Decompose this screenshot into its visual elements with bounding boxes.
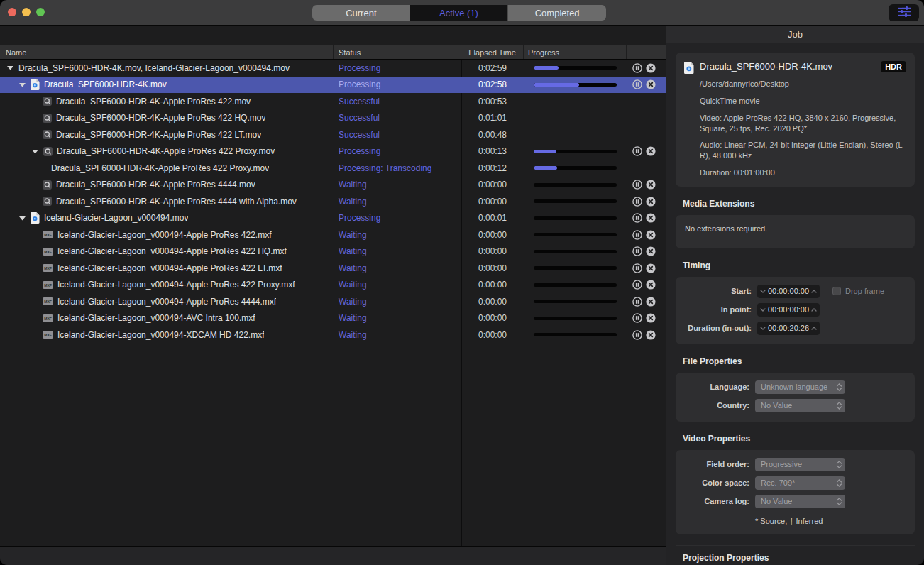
popup-menu[interactable]: No Value (755, 495, 845, 508)
table-row[interactable]: MXFIceland-Glacier-Lagoon_v000494-Apple … (0, 277, 666, 294)
column-header-elapsed-time[interactable]: Elapsed Time (461, 45, 524, 59)
cancel-button[interactable] (646, 313, 656, 323)
minimize-window-button[interactable] (22, 8, 31, 16)
disclosure-triangle-icon[interactable] (6, 65, 14, 70)
table-row[interactable]: Dracula_SPF6000-HDR-4K-Apple ProRes 4444… (0, 177, 666, 194)
section-projection-properties[interactable]: Projection Properties (676, 545, 915, 565)
cancel-button[interactable] (646, 280, 656, 290)
stepper-increment-icon[interactable] (811, 327, 817, 330)
column-header-progress[interactable]: Progress (524, 45, 627, 59)
pause-button[interactable] (632, 280, 642, 290)
table-row[interactable]: Dracula_SPF6000-HDR-4K-Apple ProRes 422 … (0, 160, 666, 177)
table-row[interactable]: MXFIceland-Glacier-Lagoon_v000494-AVC In… (0, 310, 666, 327)
pause-button[interactable] (632, 63, 642, 73)
table-row[interactable]: Dracula_SPF6000-HDR-4K.movProcessing0:02… (0, 77, 666, 94)
popup-arrows-icon (836, 461, 842, 468)
timing-row: Duration (in-out):00:00:20:26 (684, 322, 906, 335)
table-row[interactable]: Iceland-Glacier-Lagoon_v000494.movProces… (0, 210, 666, 227)
column-header-actions[interactable] (627, 45, 666, 59)
batch-toolbar-spacer (0, 26, 666, 45)
table-row[interactable]: Dracula_SPF6000-HDR-4K-Apple ProRes 4444… (0, 193, 666, 210)
drop-frame-checkbox[interactable] (832, 287, 841, 295)
table-row[interactable]: MXFIceland-Glacier-Lagoon_v000494-Apple … (0, 226, 666, 243)
table-row[interactable]: MXFIceland-Glacier-Lagoon_v000494-Apple … (0, 243, 666, 260)
disclosure-triangle-icon[interactable] (18, 216, 26, 221)
pause-button[interactable] (632, 79, 642, 89)
table-row[interactable]: Dracula_SPF6000-HDR-4K-Apple ProRes 422 … (0, 126, 666, 143)
sliders-icon (897, 6, 911, 20)
cancel-button[interactable] (646, 197, 656, 207)
movie-file-icon (31, 79, 40, 90)
cancel-button[interactable] (646, 297, 656, 307)
cancel-button[interactable] (646, 63, 656, 73)
table-row[interactable]: Dracula_SPF6000-HDR-4K-Apple ProRes 422.… (0, 93, 666, 110)
job-file-path: /Users/dannyrico/Desktop (700, 79, 906, 89)
table-row[interactable]: Dracula_SPF6000-HDR-4K-Apple ProRes 422 … (0, 110, 666, 127)
column-header-status[interactable]: Status (334, 45, 461, 59)
timecode-stepper[interactable]: 00:00:00:00 (757, 285, 820, 298)
cancel-button[interactable] (646, 180, 656, 190)
pause-button[interactable] (632, 146, 642, 156)
table-row[interactable]: Dracula_SPF6000-HDR-4K.mov, Iceland-Glac… (0, 60, 666, 77)
timecode-value: 00:00:20:26 (768, 324, 809, 332)
cancel-button[interactable] (646, 263, 656, 273)
stepper-decrement-icon[interactable] (760, 308, 766, 312)
property-label: Field order: (684, 460, 749, 468)
pause-button[interactable] (632, 297, 642, 307)
tab-completed[interactable]: Completed (507, 5, 606, 21)
timecode-stepper[interactable]: 00:00:00:00 (757, 303, 820, 317)
table-row[interactable]: MXFIceland-Glacier-Lagoon_v000494-XDCAM … (0, 327, 666, 344)
table-row[interactable]: MXFIceland-Glacier-Lagoon_v000494-Apple … (0, 293, 666, 310)
timing-row: In point:00:00:00:00 (684, 303, 906, 317)
pause-button[interactable] (632, 180, 642, 190)
zoom-window-button[interactable] (36, 8, 45, 16)
progress-fill (534, 166, 557, 170)
table-row[interactable]: Dracula_SPF6000-HDR-4K-Apple ProRes 422 … (0, 143, 666, 160)
pause-button[interactable] (632, 263, 642, 273)
mxf-file-icon: MXF (43, 297, 53, 305)
cancel-button[interactable] (646, 79, 656, 89)
filter-settings-button[interactable] (889, 4, 919, 21)
tab-active-1[interactable]: Active (1) (410, 5, 508, 21)
cancel-button[interactable] (646, 330, 656, 340)
mxf-file-icon: MXF (43, 331, 53, 339)
timecode-stepper[interactable]: 00:00:20:26 (757, 322, 820, 335)
batch-footer (0, 546, 666, 565)
pause-button[interactable] (632, 313, 642, 323)
row-actions (627, 143, 666, 160)
cancel-button[interactable] (646, 213, 656, 223)
pause-button[interactable] (632, 246, 642, 256)
tab-current[interactable]: Current (312, 5, 410, 21)
pause-button[interactable] (632, 330, 642, 340)
popup-menu[interactable]: Unknown language (755, 380, 845, 394)
close-window-button[interactable] (8, 8, 16, 16)
name-cell: MXFIceland-Glacier-Lagoon_v000494-Apple … (0, 277, 334, 294)
popup-menu[interactable]: No Value (755, 399, 845, 412)
disclosure-triangle-icon[interactable] (18, 82, 26, 87)
mxf-file-icon: MXF (43, 314, 53, 322)
stepper-decrement-icon[interactable] (760, 290, 766, 293)
table-row[interactable]: MXFIceland-Glacier-Lagoon_v000494-Apple … (0, 260, 666, 277)
timing-field-label: Start: (684, 287, 752, 295)
stepper-increment-icon[interactable] (811, 308, 817, 312)
stepper-decrement-icon[interactable] (760, 327, 766, 330)
timing-card: Start:00:00:00:00Drop frameIn point:00:0… (676, 277, 915, 344)
popup-menu[interactable]: Progressive (755, 458, 845, 471)
disclosure-triangle-icon[interactable] (31, 149, 39, 154)
column-header-name[interactable]: Name (0, 45, 334, 59)
section-media-extensions: Media Extensions (683, 199, 915, 209)
stepper-increment-icon[interactable] (811, 290, 817, 293)
pause-button[interactable] (632, 213, 642, 223)
cancel-button[interactable] (646, 246, 656, 256)
pause-button[interactable] (632, 197, 642, 207)
popup-arrows-icon (836, 402, 842, 410)
popup-menu[interactable]: Rec. 709* (755, 476, 845, 490)
row-actions (627, 210, 666, 227)
quicktime-file-icon (43, 97, 52, 106)
inspector-title: Job (666, 26, 924, 43)
cancel-button[interactable] (646, 230, 656, 240)
popup-arrows-icon (836, 383, 842, 391)
mxf-file-icon: MXF (43, 248, 53, 256)
cancel-button[interactable] (646, 146, 656, 156)
pause-button[interactable] (632, 230, 642, 240)
